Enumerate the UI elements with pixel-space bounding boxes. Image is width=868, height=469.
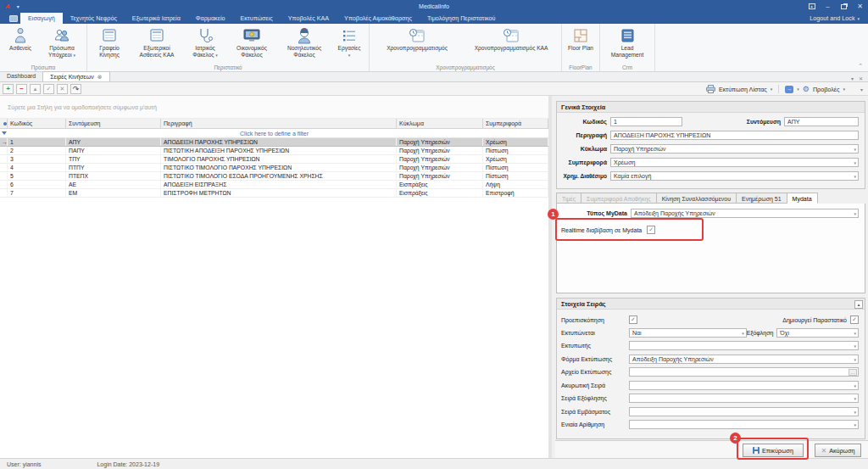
kodikos-field[interactable]	[610, 117, 682, 126]
tab-timologisi-peristatikou[interactable]: Τιμολόγηση Περιστατικού	[420, 13, 504, 24]
tab-list-close-icon[interactable]: ✕	[859, 75, 863, 81]
list-toolbar: Εκτύπωση Λίστας ▾ → ▾ ⚙ Προβολές ▾ ▾	[706, 82, 863, 96]
cancel-button[interactable]: ✕ Ακύρωση	[815, 444, 861, 457]
financial-file-button[interactable]: Οικονομικός Φάκελος	[227, 25, 276, 63]
tab-ypoboles-kaa[interactable]: Υποβολές ΚΑΑ	[281, 13, 337, 24]
collapse-group-button[interactable]: ▴	[854, 300, 863, 309]
syntomeysi-field[interactable]	[784, 117, 859, 126]
edit-record-button[interactable]: ▴	[30, 84, 41, 94]
tab-exoterika-iatreia[interactable]: Εξωτερικά Ιατρεία	[125, 13, 188, 24]
column-header-syntomeysi[interactable]: Συντόμευση	[66, 119, 161, 128]
cancel-series-label: Ακυρωτική Σειρά	[561, 382, 627, 388]
obligated-persons-button[interactable]: Πρόσωπα Υπόχρεοι ▾	[40, 25, 84, 63]
cell-symperifora: Πίστωση	[483, 164, 548, 171]
tab-eisagogi[interactable]: Εισαγωγή	[20, 13, 63, 24]
mydata-type-dropdown[interactable]: Απόδειξη Παροχής Υπηρεσιών▾	[631, 209, 859, 218]
tab-times[interactable]: Τιμές	[556, 193, 581, 204]
filter-hint-label[interactable]: Click here to define a filter	[0, 131, 548, 137]
symperifora-label: Συμπεριφορά	[561, 159, 607, 165]
refresh-button[interactable]: ↷	[70, 84, 81, 94]
delete-record-button[interactable]: −	[16, 84, 27, 94]
document-list-icon	[101, 26, 118, 45]
printed-dropdown[interactable]: Ναι▾	[629, 328, 747, 338]
button-label: Floor Plan	[568, 45, 593, 52]
ribbon-collapse-icon[interactable]: ⌃	[858, 63, 863, 70]
tab-kinisi-synallassomenou[interactable]: Κίνηση Συναλλασσόμενου	[657, 193, 737, 204]
cell-symperifora: Χρέωση	[483, 138, 548, 146]
table-row[interactable]: → 1 ΑΠΥ ΑΠΟΔΕΙΞΗ ΠΑΡΟΧΗΣ ΥΠΗΡΕΣΙΩΝ Παροχ…	[0, 138, 548, 147]
table-row[interactable]: 2 ΠΑΠΥ ΠΙΣΤΩΤΙΚΗ ΑΠΟΔΕΙΞΗ ΠΑΡΟΧΗΣ ΥΠΗΡΕΣ…	[0, 147, 548, 155]
symperifora-dropdown[interactable]: Χρέωση▾	[610, 158, 859, 167]
cell-syntomeysi: ΠΑΠΥ	[66, 147, 161, 154]
caret-down-icon: ▾	[74, 53, 76, 58]
table-row[interactable]: 3 ΤΠΥ ΤΙΜΟΛΟΓΙΟ ΠΑΡΟΧΗΣ ΥΠΗΡΕΣΙΩΝ Παροχή…	[0, 155, 548, 164]
nursing-file-button[interactable]: Νοσηλευτικός Φάκελος	[278, 25, 331, 63]
tab-series-kiniseon[interactable]: Σειρές Κινήσεων ⊗	[42, 71, 109, 81]
creates-document-checkbox[interactable]: ✓	[850, 315, 859, 324]
patients-button[interactable]: Ασθενείς	[3, 25, 38, 63]
tab-ypoboles-aimokatharsis[interactable]: Υποβολές Αιμοκάθαρσης	[337, 13, 420, 24]
table-row[interactable]: 4 ΠΤΠΥ ΠΙΣΤΩΤΙΚΟ ΤΙΜΟΛΟΓΙΟ ΠΑΡΟΧΗΣ ΥΠΗΡΕ…	[0, 164, 548, 172]
browse-file-button[interactable]: …	[849, 369, 857, 376]
tasks-button[interactable]: Εργασίες▾	[332, 25, 366, 63]
views-button[interactable]: Προβολές	[813, 86, 840, 93]
caret-down-icon[interactable]: ▾	[843, 87, 845, 92]
scheduling-kaa-button[interactable]: Χρονοπρογραμματισμός ΚΑΑ	[464, 25, 559, 63]
post-record-button[interactable]: ✓	[43, 84, 54, 94]
column-header-perigrafi[interactable]: Περιγραφή	[161, 119, 397, 128]
print-file-field[interactable]: …	[629, 367, 859, 377]
lead-management-button[interactable]: Lead Management	[603, 25, 652, 63]
perigrafi-field[interactable]	[610, 131, 859, 140]
tab-dashboard[interactable]: Dashboard	[0, 71, 42, 81]
tab-ektyposeis[interactable]: Εκτυπώσεις	[232, 13, 280, 24]
payoff-dropdown[interactable]: Όχι▾	[776, 328, 859, 338]
column-header-kodikos[interactable]: Κωδικός	[8, 119, 66, 128]
add-record-button[interactable]: +	[3, 84, 14, 94]
xrim-diathesimo-dropdown[interactable]: Καμία επιλογή▾	[610, 171, 859, 181]
tab-close-icon[interactable]: ⊗	[97, 72, 103, 82]
printer-dropdown[interactable]: ▾	[629, 341, 859, 350]
logout-and-lock-button[interactable]: Logout and Lock ▾	[810, 13, 860, 24]
remittance-series-dropdown[interactable]: ▾	[629, 407, 859, 416]
window-title: MedicalInfo	[0, 3, 868, 9]
cell-kodikos: 2	[8, 147, 66, 154]
floor-plan-button[interactable]: Floor Plan	[565, 25, 597, 63]
print-list-button[interactable]: Εκτύπωση Λίστας	[719, 86, 767, 93]
movement-office-button[interactable]: Γραφείο Κίνησης	[90, 25, 129, 63]
caret-down-icon[interactable]: ▾	[797, 87, 799, 92]
external-patients-kaa-button[interactable]: Εξωτερικοί Ασθενείς ΚΑΑ	[131, 25, 183, 63]
cell-kyklwma: Παροχή Υπηρεσιών	[397, 172, 483, 180]
kyklwma-dropdown[interactable]: Παροχή Υπηρεσιών▾	[610, 144, 859, 154]
cell-perigrafi: ΑΠΟΔΕΙΞΗ ΠΑΡΟΧΗΣ ΥΠΗΡΕΣΙΩΝ	[161, 138, 397, 146]
tab-symperifora-apothikis[interactable]: Συμπεριφορά Αποθήκης	[581, 193, 657, 204]
column-header-kyklwma[interactable]: Κύκλωμα	[397, 119, 483, 128]
column-header-symperifora[interactable]: Συμπεριφορά	[483, 119, 548, 128]
tab-farmakeio[interactable]: Φαρμακείο	[188, 13, 233, 24]
button-label: Γραφείο Κίνησης	[92, 45, 127, 58]
caret-down-icon[interactable]: ▾	[771, 87, 773, 92]
cancel-edit-button[interactable]: ✕	[57, 84, 68, 94]
unified-numbering-dropdown[interactable]: ▾	[629, 420, 859, 429]
table-row[interactable]: 5 ΠΤΕΠΧ ΠΙΣΤΩΤΙΚΟ ΤΙΜΟΛΟΓΙΟ ΕΣΟΔΑ ΠΡΟΗΓΟ…	[0, 172, 548, 181]
grid-filter-row[interactable]: Click here to define a filter	[0, 129, 548, 138]
print-form-dropdown[interactable]: Απόδειξη Παροχής Υπηρεσιών▾	[629, 355, 859, 364]
export-icon[interactable]: →	[785, 86, 793, 93]
detail-panel: Γενικά Στοιχεία Κωδικός Συντόμευση Περιγ…	[555, 96, 868, 458]
cancel-series-dropdown[interactable]: ▾	[629, 381, 859, 390]
scheduling-button[interactable]: Χρονοπρογραμματισμός	[372, 25, 462, 63]
group-caption: FloorPlan	[562, 64, 599, 70]
tab-scroll-caret-icon[interactable]: ▾	[851, 75, 854, 81]
tab-mydata[interactable]: Mydata	[787, 193, 818, 204]
ribbon-group-floorplan: Floor Plan FloorPlan	[562, 24, 600, 71]
medical-file-button[interactable]: Ιατρικός Φάκελος ▾	[185, 25, 225, 63]
preview-checkbox[interactable]: ✓	[629, 315, 637, 324]
printed-value: Ναι	[632, 330, 642, 336]
tab-enimerosi-51[interactable]: Ενημέρωση 51	[737, 193, 787, 204]
file-menu-button[interactable]	[7, 13, 20, 24]
table-row[interactable]: 6 ΑΕ ΑΠΟΔΕΙΞΗ ΕΙΣΠΡΑΞΗΣ Εισπράξεις Λήψη	[0, 181, 548, 189]
table-row[interactable]: 7 ΕΜ ΕΠΙΣΤΡΟΦΗ ΜΕΤΡΗΤΩΝ Εισπράξεις Επιστ…	[0, 189, 548, 198]
tab-texnitos-nefros[interactable]: Τεχνητός Νεφρός	[63, 13, 125, 24]
toolbar-overflow-caret-icon[interactable]: ▾	[860, 87, 863, 92]
payoff-series-dropdown[interactable]: ▾	[629, 394, 859, 403]
document-tabs: Dashboard Σειρές Κινήσεων ⊗ ▾ ✕	[0, 72, 868, 82]
